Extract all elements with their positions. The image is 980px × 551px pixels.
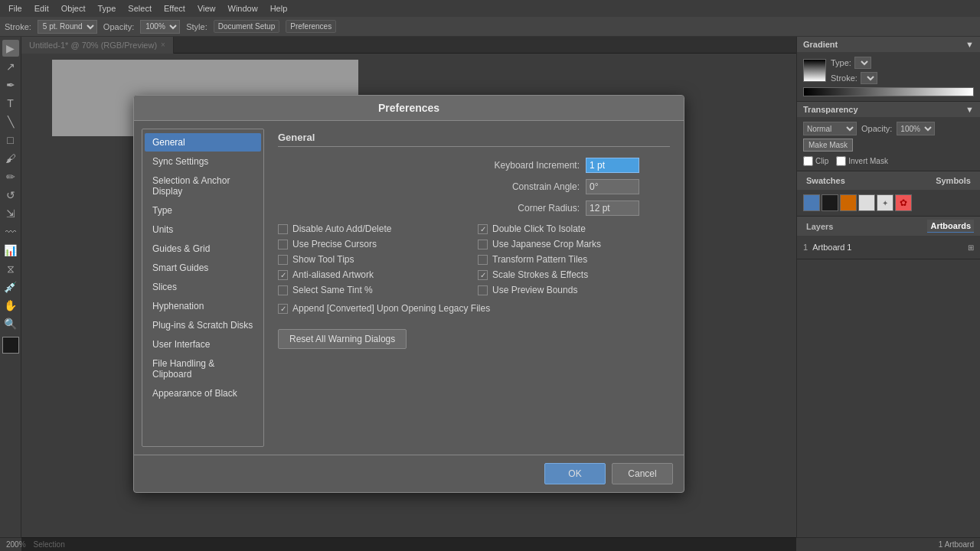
checkbox-preview-bounds-box[interactable]: [478, 285, 488, 295]
checkbox-select-same[interactable]: Select Same Tint %: [278, 285, 470, 295]
graph-tool[interactable]: 📊: [2, 242, 19, 259]
stroke-select[interactable]: 5 pt. Round: [38, 20, 97, 34]
checkbox-scale-strokes[interactable]: Scale Strokes & Effects: [478, 269, 670, 280]
symbols-tab[interactable]: Symbols: [933, 174, 974, 187]
select-tool[interactable]: ▶: [2, 40, 19, 57]
rect-tool[interactable]: □: [2, 132, 19, 148]
menu-edit[interactable]: Edit: [29, 2, 54, 15]
checkbox-select-same-label: Select Same Tint %: [292, 285, 373, 295]
menu-select[interactable]: Select: [122, 2, 157, 15]
swatch-star[interactable]: ✦: [877, 194, 893, 211]
invert-mask-checkbox[interactable]: [836, 156, 846, 166]
style-label: Style:: [186, 22, 207, 31]
gradient-type-select[interactable]: [854, 57, 871, 69]
type-tool[interactable]: T: [2, 95, 19, 112]
eyedropper-tool[interactable]: 💉: [2, 279, 19, 295]
checkbox-double-click-label: Double Click To Isolate: [492, 223, 586, 234]
make-mask-button[interactable]: Make Mask: [803, 139, 853, 152]
hand-tool[interactable]: ✋: [2, 297, 19, 314]
blend-tool[interactable]: ⧖: [2, 260, 19, 277]
constrain-angle-input[interactable]: [586, 179, 639, 194]
keyboard-increment-input[interactable]: [586, 158, 639, 173]
checkbox-disable-auto[interactable]: Disable Auto Add/Delete: [278, 223, 470, 234]
checkbox-precise-cursors[interactable]: Use Precise Cursors: [278, 239, 470, 249]
menu-type[interactable]: Type: [93, 2, 122, 15]
sidebar-item-type[interactable]: Type: [145, 201, 261, 220]
checkbox-append-box[interactable]: [278, 304, 288, 314]
opacity-panel-select[interactable]: 100%: [897, 122, 935, 135]
swatch-flower[interactable]: ✿: [895, 194, 912, 211]
sidebar-item-guides[interactable]: Guides & Grid: [145, 240, 261, 258]
zoom-tool[interactable]: 🔍: [2, 315, 19, 332]
checkbox-precise-cursors-box[interactable]: [278, 240, 288, 249]
scale-tool[interactable]: ⇲: [2, 205, 19, 222]
menu-file[interactable]: File: [3, 2, 28, 15]
opacity-select[interactable]: 100%: [140, 20, 180, 34]
checkbox-double-click-box[interactable]: [478, 224, 488, 234]
menu-effect[interactable]: Effect: [158, 2, 191, 15]
sidebar-item-general[interactable]: General: [145, 133, 261, 152]
sidebar-item-hyphenation[interactable]: Hyphenation: [145, 297, 261, 315]
sidebar-item-ui[interactable]: User Interface: [145, 335, 261, 354]
checkbox-select-same-box[interactable]: [278, 285, 288, 295]
corner-radius-row: Corner Radius:: [278, 201, 670, 216]
layers-tab[interactable]: Layers: [803, 220, 836, 233]
sidebar-item-selection[interactable]: Selection & Anchor Display: [145, 171, 261, 201]
checkbox-double-click[interactable]: Double Click To Isolate: [478, 223, 670, 234]
checkbox-japanese-crop[interactable]: Use Japanese Crop Marks: [478, 239, 670, 249]
rotate-tool[interactable]: ↺: [2, 187, 19, 204]
sidebar-item-plugins[interactable]: Plug-ins & Scratch Disks: [145, 316, 261, 334]
stroke-panel-select[interactable]: [861, 72, 877, 84]
canvas-area[interactable]: Untitled-1* @ 70% (RGB/Preview) × Prefer…: [21, 37, 796, 551]
blend-mode-select[interactable]: Normal: [803, 122, 857, 135]
checkbox-disable-auto-box[interactable]: [278, 224, 288, 234]
reset-warnings-button[interactable]: Reset All Warning Dialogs: [278, 329, 407, 349]
corner-radius-input[interactable]: [586, 201, 639, 216]
swatch-black[interactable]: [822, 194, 838, 211]
warp-tool[interactable]: 〰: [2, 223, 19, 240]
sidebar-item-sync[interactable]: Sync Settings: [145, 152, 261, 171]
swatch-blue[interactable]: [803, 194, 820, 211]
opacity-label: Opacity:: [103, 22, 134, 31]
sidebar-item-appearance[interactable]: Appearance of Black: [145, 384, 261, 403]
gradient-slider[interactable]: [803, 87, 974, 96]
menu-view[interactable]: View: [192, 2, 221, 15]
checkbox-transform-pattern-box[interactable]: [478, 255, 488, 265]
paintbrush-tool[interactable]: 🖌: [2, 150, 19, 167]
line-tool[interactable]: ╲: [2, 113, 19, 130]
pencil-tool[interactable]: ✏: [2, 168, 19, 185]
document-setup-button[interactable]: Document Setup: [214, 20, 280, 33]
checkbox-anti-aliased-box[interactable]: [278, 270, 288, 280]
artboards-tab[interactable]: Artboards: [927, 220, 974, 233]
checkbox-transform-pattern[interactable]: Transform Pattern Tiles: [478, 254, 670, 265]
checkbox-transform-pattern-label: Transform Pattern Tiles: [492, 254, 587, 265]
checkbox-japanese-crop-box[interactable]: [478, 240, 488, 249]
cancel-button[interactable]: Cancel: [612, 463, 673, 484]
menu-window[interactable]: Window: [223, 2, 263, 15]
ok-button[interactable]: OK: [544, 463, 606, 484]
direct-select-tool[interactable]: ↗: [2, 58, 19, 75]
preferences-button[interactable]: Preferences: [286, 20, 336, 33]
menu-help[interactable]: Help: [265, 2, 293, 15]
swatch-white[interactable]: [858, 194, 875, 211]
artboard-icon[interactable]: ⊞: [968, 243, 974, 252]
sidebar-item-smart-guides[interactable]: Smart Guides: [145, 259, 261, 277]
sidebar-item-units[interactable]: Units: [145, 220, 261, 239]
swatch-orange[interactable]: [840, 194, 857, 211]
gradient-collapse-icon[interactable]: ▼: [965, 40, 974, 49]
checkbox-anti-aliased[interactable]: Anti-aliased Artwork: [278, 269, 470, 280]
sidebar-item-file-handling[interactable]: File Handling & Clipboard: [145, 354, 261, 383]
menu-object[interactable]: Object: [56, 2, 91, 15]
transparency-collapse-icon[interactable]: ▼: [965, 105, 974, 114]
checkbox-tool-tips[interactable]: Show Tool Tips: [278, 254, 470, 265]
color-fill[interactable]: [2, 337, 19, 354]
checkbox-preview-bounds[interactable]: Use Preview Bounds: [478, 285, 670, 295]
dialog-content: General Keyboard Increment: Constrain An…: [272, 129, 676, 447]
sidebar-item-slices[interactable]: Slices: [145, 278, 261, 296]
checkbox-scale-strokes-box[interactable]: [478, 270, 488, 280]
swatches-tab[interactable]: Swatches: [803, 174, 848, 187]
options-bar: Stroke: 5 pt. Round Opacity: 100% Style:…: [0, 17, 980, 37]
clip-checkbox[interactable]: [803, 156, 813, 166]
checkbox-tool-tips-box[interactable]: [278, 255, 288, 265]
pen-tool[interactable]: ✒: [2, 77, 19, 93]
